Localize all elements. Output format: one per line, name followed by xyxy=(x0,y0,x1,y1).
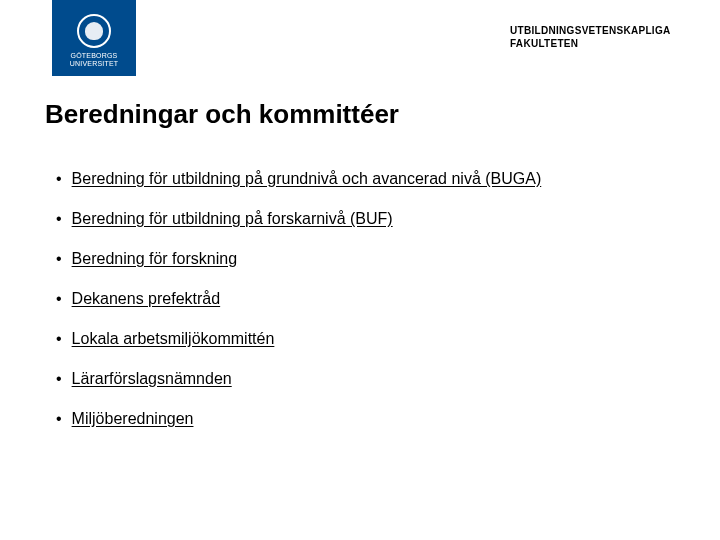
bullet-icon: • xyxy=(56,368,62,390)
logo-line2: UNIVERSITET xyxy=(70,60,118,67)
faculty-label: UTBILDNINGSVETENSKAPLIGA FAKULTETEN xyxy=(510,24,671,50)
faculty-line1: UTBILDNINGSVETENSKAPLIGA xyxy=(510,25,671,36)
committee-link[interactable]: Lokala arbetsmiljökommittén xyxy=(72,328,275,350)
committee-list: • Beredning för utbildning på grundnivå … xyxy=(56,168,616,448)
list-item: • Beredning för forskning xyxy=(56,248,616,270)
list-item: • Lokala arbetsmiljökommittén xyxy=(56,328,616,350)
logo-line1: GÖTEBORGS xyxy=(71,52,118,59)
faculty-line2: FAKULTETEN xyxy=(510,38,578,49)
logo-seal-icon xyxy=(77,14,111,48)
list-item: • Dekanens prefektråd xyxy=(56,288,616,310)
bullet-icon: • xyxy=(56,248,62,270)
list-item: • Miljöberedningen xyxy=(56,408,616,430)
committee-link[interactable]: Dekanens prefektråd xyxy=(72,288,221,310)
committee-link[interactable]: Miljöberedningen xyxy=(72,408,194,430)
committee-link[interactable]: Beredning för forskning xyxy=(72,248,237,270)
committee-link[interactable]: Beredning för utbildning på forskarnivå … xyxy=(72,208,393,230)
bullet-icon: • xyxy=(56,328,62,350)
bullet-icon: • xyxy=(56,168,62,190)
list-item: • Beredning för utbildning på grundnivå … xyxy=(56,168,616,190)
bullet-icon: • xyxy=(56,288,62,310)
page-title: Beredningar och kommittéer xyxy=(45,99,399,130)
bullet-icon: • xyxy=(56,208,62,230)
bullet-icon: • xyxy=(56,408,62,430)
committee-link[interactable]: Lärarförslagsnämnden xyxy=(72,368,232,390)
university-logo: GÖTEBORGS UNIVERSITET xyxy=(52,0,136,76)
committee-link[interactable]: Beredning för utbildning på grundnivå oc… xyxy=(72,168,542,190)
list-item: • Lärarförslagsnämnden xyxy=(56,368,616,390)
list-item: • Beredning för utbildning på forskarniv… xyxy=(56,208,616,230)
logo-text: GÖTEBORGS UNIVERSITET xyxy=(70,52,118,68)
